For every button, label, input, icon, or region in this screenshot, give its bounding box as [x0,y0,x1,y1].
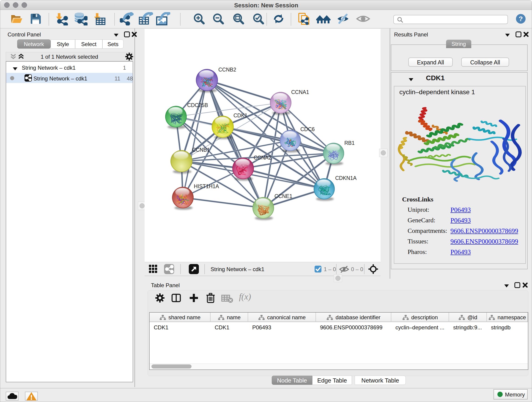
svg-text:CDC6: CDC6 [300,126,315,132]
svg-text:CCNA1: CCNA1 [291,89,309,95]
svg-text:CCNB2: CCNB2 [218,67,236,73]
svg-text:CCNE1: CCNE1 [274,193,292,199]
svg-text:CDC25B: CDC25B [187,102,208,108]
svg-text:CCNB1: CCNB1 [192,147,210,153]
svg-text:CCNA2: CCNA2 [254,155,272,161]
svg-text:CDKN1A: CDKN1A [335,175,357,181]
svg-text:RB1: RB1 [344,140,355,146]
svg-text:CDK1: CDK1 [234,113,247,119]
svg-text:?: ? [519,15,523,22]
svg-text:HIST1H1A: HIST1H1A [194,183,219,189]
